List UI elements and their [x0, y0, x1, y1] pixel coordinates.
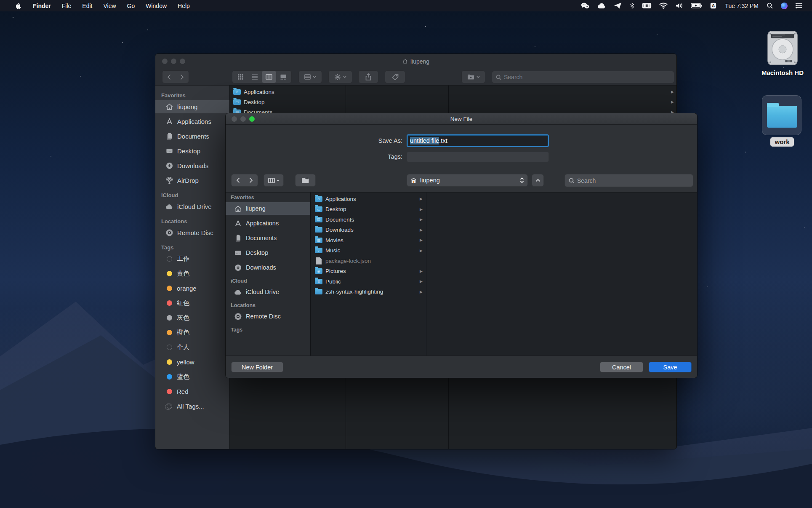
sidebar-tag[interactable]: Red: [155, 385, 229, 398]
wechat-icon[interactable]: [577, 0, 594, 11]
file-row[interactable]: ♪ Music ▶: [311, 246, 426, 256]
sidebar-tag[interactable]: 灰色: [155, 311, 229, 324]
tag-button[interactable]: [385, 70, 405, 83]
file-row[interactable]: ▭ Desktop ▶: [230, 97, 676, 107]
sidebar-tag[interactable]: yellow: [155, 356, 229, 369]
sidebar-item-airdrop[interactable]: AirDrop: [155, 174, 229, 187]
file-row[interactable]: ↓ Downloads ▶: [311, 225, 426, 235]
sidebar-item-downloads[interactable]: Downloads: [155, 159, 229, 172]
sidebar-item-icloud-drive[interactable]: iCloud Drive: [226, 286, 310, 298]
sidebar-tag[interactable]: 黄色: [155, 267, 229, 280]
finder-titlebar[interactable]: liupeng: [155, 54, 676, 69]
spotlight-icon[interactable]: [763, 0, 777, 11]
menu-edit[interactable]: Edit: [77, 0, 98, 11]
view-mode-button[interactable]: [264, 174, 284, 187]
dialog-toolbar: liupeng: [226, 172, 697, 192]
sidebar-item-liupeng[interactable]: liupeng: [155, 100, 229, 113]
menubar-clock[interactable]: Tue 7:32 PM: [721, 3, 763, 9]
menu-window[interactable]: Window: [140, 0, 172, 11]
file-row[interactable]: package-lock.json: [311, 256, 426, 266]
icon-view-icon[interactable]: [233, 71, 248, 83]
wifi-icon[interactable]: [655, 0, 671, 11]
back-icon[interactable]: [162, 71, 176, 83]
location-dropdown[interactable]: liupeng: [407, 174, 528, 187]
save-button[interactable]: Save: [649, 362, 692, 372]
file-row[interactable]: A Applications ▶: [311, 194, 426, 204]
sidebar-item-applications[interactable]: Applications: [226, 217, 310, 230]
back-forward-buttons[interactable]: [231, 174, 258, 187]
forward-icon[interactable]: [176, 71, 189, 83]
close-button[interactable]: [162, 59, 168, 64]
sidebar-tag[interactable]: 橙色: [155, 326, 229, 339]
search-input[interactable]: [577, 177, 689, 184]
notification-center-icon[interactable]: [791, 0, 806, 11]
menu-go[interactable]: Go: [122, 0, 141, 11]
file-row[interactable]: ▦ Movies ▶: [311, 235, 426, 246]
sidebar-tag[interactable]: 蓝色: [155, 370, 229, 383]
sidebar-tag[interactable]: 红色: [155, 297, 229, 310]
sidebar-item-applications[interactable]: Applications: [155, 115, 229, 128]
sidebar-item-icloud-drive[interactable]: iCloud Drive: [155, 200, 229, 213]
dialog-titlebar[interactable]: New File: [226, 113, 697, 125]
back-icon[interactable]: [232, 174, 245, 186]
sidebar-item-documents[interactable]: Documents: [226, 232, 310, 244]
sidebar-item-desktop[interactable]: Desktop: [226, 246, 310, 259]
cloud-icon[interactable]: [594, 0, 610, 11]
sidebar-tag[interactable]: 个人: [155, 341, 229, 354]
close-button[interactable]: [232, 116, 237, 122]
file-row[interactable]: ▤ Documents ▶: [311, 214, 426, 225]
sidebar-tag-all-tags[interactable]: All Tags...: [155, 400, 229, 413]
menu-file[interactable]: File: [56, 0, 77, 11]
sidebar-item-downloads[interactable]: Downloads: [226, 261, 310, 274]
view-mode-group[interactable]: [232, 70, 292, 83]
zoom-button[interactable]: [180, 59, 185, 64]
expand-panel-button[interactable]: [532, 174, 544, 187]
bluetooth-icon[interactable]: [626, 0, 638, 11]
group-by-button[interactable]: [298, 70, 322, 83]
share-button[interactable]: [358, 70, 378, 83]
search-input[interactable]: [504, 74, 670, 80]
file-row[interactable]: zsh-syntax-highlighting ▶: [311, 287, 426, 297]
sidebar-tag[interactable]: orange: [155, 282, 229, 295]
list-view-icon[interactable]: [248, 71, 262, 83]
sidebar-item-remote-disc[interactable]: Remote Disc: [155, 226, 229, 239]
tags-input[interactable]: [407, 152, 549, 162]
new-folder-toolbar-button[interactable]: [295, 174, 316, 187]
new-folder-button[interactable]: New Folder: [231, 362, 283, 372]
folder-icon: ▭: [233, 99, 241, 105]
input-source-icon[interactable]: A: [706, 0, 721, 11]
keyboard-input-icon[interactable]: [638, 0, 655, 11]
volume-icon[interactable]: [671, 0, 687, 11]
menu-view[interactable]: View: [98, 0, 121, 11]
minimize-button[interactable]: [240, 116, 246, 122]
menu-help[interactable]: Help: [172, 0, 195, 11]
action-gear-button[interactable]: [328, 70, 352, 83]
zoom-button[interactable]: [249, 116, 255, 122]
battery-charging-icon[interactable]: [687, 0, 706, 11]
back-forward-buttons[interactable]: [162, 70, 189, 83]
sidebar-item-remote-disc[interactable]: Remote Disc: [226, 310, 310, 323]
desktop-icon-macintosh-hd[interactable]: Macintosh HD: [758, 30, 807, 76]
paper-plane-icon[interactable]: [610, 0, 626, 11]
file-row[interactable]: ▭ Desktop ▶: [311, 204, 426, 215]
sidebar-item-documents[interactable]: Documents: [155, 130, 229, 143]
sidebar-item-desktop[interactable]: Desktop: [155, 144, 229, 158]
cancel-button[interactable]: Cancel: [600, 362, 643, 372]
forward-icon[interactable]: [245, 174, 258, 186]
gallery-view-icon[interactable]: [276, 71, 290, 83]
dialog-search-field[interactable]: [564, 174, 693, 187]
sidebar-item-liupeng[interactable]: liupeng: [226, 202, 310, 215]
file-row[interactable]: A Applications ▶: [230, 87, 676, 97]
column-view-icon[interactable]: [262, 71, 276, 83]
file-row[interactable]: ⇊ Public ▶: [311, 276, 426, 287]
siri-icon[interactable]: [777, 0, 791, 11]
filename-input[interactable]: untitled file.txt: [407, 134, 549, 147]
apple-menu-icon[interactable]: [9, 0, 27, 11]
minimize-button[interactable]: [171, 59, 176, 64]
finder-search-field[interactable]: [492, 71, 674, 83]
desktop-icon-work[interactable]: work: [762, 95, 802, 147]
menu-finder[interactable]: Finder: [27, 0, 56, 11]
folder-action-button[interactable]: [461, 70, 485, 83]
file-row[interactable]: ◉ Pictures ▶: [311, 266, 426, 277]
sidebar-tag[interactable]: 工作: [155, 252, 229, 265]
